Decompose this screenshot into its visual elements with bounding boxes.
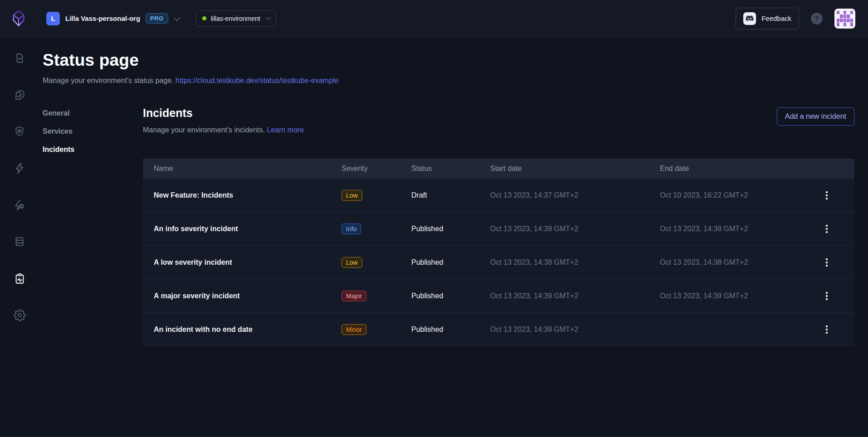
testkube-logo-icon[interactable] (8, 8, 29, 29)
column-header-severity: Severity (331, 165, 400, 173)
shield-gear-icon (14, 126, 25, 139)
row-menu-button[interactable] (823, 256, 830, 269)
table-row: An info severity incident Info Published… (143, 212, 854, 246)
feedback-button[interactable]: Feedback (736, 8, 799, 29)
incident-start-date: Oct 13 2023, 14:39 GMT+2 (479, 292, 649, 300)
table-row: New Feature: Incidents Low Draft Oct 13 … (143, 179, 854, 212)
sidebar-item-tests[interactable] (9, 48, 30, 70)
settings-nav-services[interactable]: Services (43, 127, 143, 136)
incidents-title: Incidents (143, 107, 304, 120)
column-header-status: Status (400, 165, 479, 173)
row-menu-button[interactable] (823, 289, 830, 303)
incident-name: A low severity incident (143, 258, 331, 267)
incident-actions-cell (799, 323, 854, 336)
incident-end-date: Oct 13 2023, 14:39 GMT+2 (649, 292, 799, 300)
settings-nav: General Services Incidents (43, 107, 143, 346)
page-title: Status page (43, 51, 854, 70)
table-header-row: Name Severity Status Start date End date (143, 159, 854, 179)
incident-actions-cell (799, 189, 854, 202)
gear-icon (14, 309, 26, 323)
row-menu-button[interactable] (823, 222, 830, 236)
incident-severity-cell: Major (331, 291, 400, 301)
environment-selector[interactable]: lillas-environment (195, 10, 276, 27)
row-menu-button[interactable] (823, 323, 830, 336)
incident-name: An incident with no end date (143, 325, 331, 334)
incident-name: An info severity incident (143, 225, 331, 233)
table-row: A major severity incident Major Publishe… (143, 279, 854, 313)
main-content: Status page Manage your environment's st… (39, 37, 868, 437)
incident-status: Published (400, 225, 479, 233)
incident-status: Published (400, 258, 479, 267)
feedback-label: Feedback (761, 15, 791, 22)
incident-status: Published (400, 292, 479, 300)
severity-badge: Low (341, 257, 362, 268)
incidents-subtitle: Manage your environment's incidents. Lea… (143, 126, 304, 134)
files-check-icon (14, 89, 26, 103)
incident-name: New Feature: Incidents (143, 191, 331, 199)
incident-start-date: Oct 13 2023, 14:37 GMT+2 (479, 191, 649, 199)
column-header-name: Name (143, 165, 331, 173)
incidents-section: Incidents Manage your environment's inci… (143, 107, 854, 346)
incident-actions-cell (799, 289, 854, 303)
incident-severity-cell: Minor (331, 324, 400, 335)
incident-name: A major severity incident (143, 292, 331, 300)
severity-badge: Low (341, 190, 362, 201)
discord-icon (743, 12, 756, 25)
status-page-url-link[interactable]: https://cloud.testkube.dev/status/testku… (176, 77, 338, 84)
topbar: L Lilla Vass-personal-org PRO lillas-env… (0, 0, 868, 37)
incidents-table: Name Severity Status Start date End date… (143, 159, 854, 346)
page-subtitle-text: Manage your environment's status page. (43, 77, 174, 84)
sidebar-item-status-page[interactable] (9, 268, 30, 290)
server-icon (14, 236, 25, 249)
incident-end-date: Oct 10 2023, 16:22 GMT+2 (649, 191, 799, 199)
lightning-arrow-icon (13, 199, 26, 213)
incident-end-date: Oct 13 2023, 14:38 GMT+2 (649, 225, 799, 233)
sidebar-item-executors[interactable] (9, 121, 30, 143)
incident-status: Draft (400, 191, 479, 199)
row-menu-button[interactable] (823, 189, 830, 202)
table-body: New Feature: Incidents Low Draft Oct 13 … (143, 179, 854, 346)
sidebar-item-sources[interactable] (9, 232, 30, 253)
incident-severity-cell: Low (331, 190, 400, 201)
incident-actions-cell (799, 222, 854, 236)
severity-badge: Info (341, 223, 361, 234)
column-header-start-date: Start date (479, 165, 649, 173)
incidents-subtitle-text: Manage your environment's incidents. (143, 126, 265, 134)
clipboard-pulse-icon (14, 272, 26, 286)
file-check-icon (14, 52, 25, 66)
severity-badge: Minor (341, 324, 366, 335)
settings-nav-incidents[interactable]: Incidents (43, 146, 143, 154)
learn-more-link[interactable]: Learn more (267, 126, 304, 134)
chevron-down-icon (174, 14, 180, 20)
sidebar-item-test-suites[interactable] (9, 85, 30, 107)
help-button[interactable]: ? (811, 13, 823, 24)
incident-status: Published (400, 325, 479, 334)
add-incident-button[interactable]: Add a new incident (777, 107, 854, 126)
sidebar-item-settings[interactable] (9, 305, 30, 327)
user-avatar[interactable] (834, 9, 855, 29)
incident-severity-cell: Low (331, 257, 400, 268)
lightning-icon (13, 162, 26, 176)
sidebar-item-triggers[interactable] (9, 158, 30, 180)
incident-actions-cell (799, 256, 854, 269)
topbar-right: Feedback ? (736, 8, 855, 29)
incident-start-date: Oct 13 2023, 14:38 GMT+2 (479, 258, 649, 267)
column-header-end-date: End date (649, 165, 799, 173)
sidebar-item-webhooks[interactable] (9, 195, 30, 217)
incident-end-date: Oct 13 2023, 14:38 GMT+2 (649, 258, 799, 267)
plan-badge: PRO (146, 13, 168, 24)
table-row: An incident with no end date Minor Publi… (143, 313, 854, 346)
page-subtitle: Manage your environment's status page. h… (43, 77, 854, 85)
environment-name: lillas-environment (211, 15, 260, 22)
org-avatar: L (46, 12, 60, 25)
environment-status-dot (202, 16, 206, 20)
org-switcher[interactable]: L Lilla Vass-personal-org PRO (46, 12, 178, 25)
org-name: Lilla Vass-personal-org (65, 15, 140, 22)
incident-start-date: Oct 13 2023, 14:39 GMT+2 (479, 325, 649, 334)
settings-nav-general[interactable]: General (43, 109, 143, 117)
incident-start-date: Oct 13 2023, 14:38 GMT+2 (479, 225, 649, 233)
severity-badge: Major (341, 291, 366, 301)
table-row: A low severity incident Low Published Oc… (143, 246, 854, 279)
sidebar (0, 37, 39, 437)
chevron-down-icon (266, 15, 271, 19)
